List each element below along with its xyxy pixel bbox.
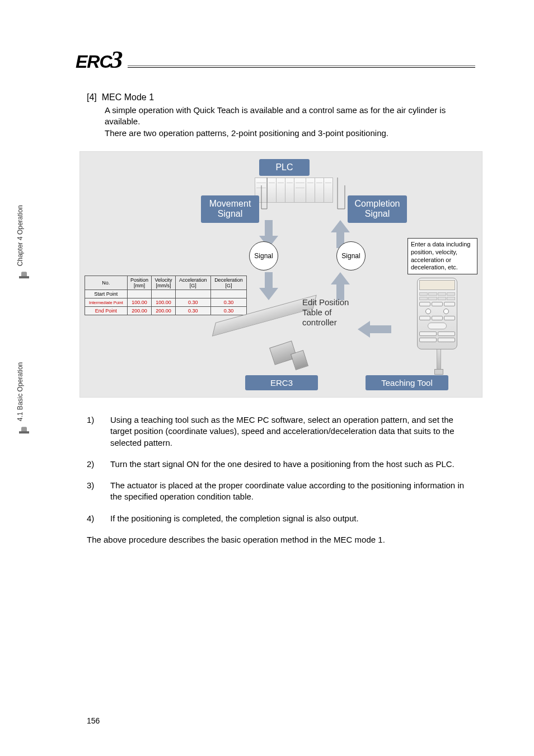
arrow-left-icon: [358, 321, 391, 338]
step-num: 4): [87, 513, 110, 524]
erc3-badge: ERC3: [245, 375, 318, 390]
side-tabs: 4.1 Basic Operation Chapter 4 Operation: [15, 202, 28, 424]
side-tab-chapter: Chapter 4 Operation: [15, 202, 28, 269]
logo: ERC 3: [76, 52, 123, 72]
step-num: 1): [87, 414, 110, 449]
mec-mode-diagram: PLC Movement Signal Completion Signal: [79, 151, 483, 398]
row2-c0: 200.00: [127, 307, 152, 315]
th-position: Position [mm]: [127, 276, 152, 290]
section-title: MEC Mode 1: [102, 92, 154, 102]
th-no: No.: [85, 276, 128, 290]
plc-wires: [254, 174, 354, 213]
page-number: 156: [87, 716, 100, 725]
th-decel: Deceleration [G]: [210, 276, 246, 290]
plc-label: PLC: [259, 159, 310, 176]
row1-c3: 0.30: [210, 298, 246, 307]
completion-signal-label: Completion Signal: [348, 195, 407, 223]
list-item: 2) Turn the start signal ON for the one …: [87, 459, 475, 470]
row0-c2: [175, 290, 210, 298]
row1-c1: 100.00: [152, 298, 175, 307]
table-row: Intermediate Point 100.00 100.00 0.30 0.…: [85, 298, 247, 307]
row1-label: Intermediate Point: [85, 298, 128, 307]
table-header-row: No. Position [mm] Velocity [mm/s] Accele…: [85, 276, 247, 290]
row2-c2: 0.30: [175, 307, 210, 315]
row1-c0: 100.00: [127, 298, 152, 307]
page-header: ERC 3: [76, 52, 475, 72]
step-num: 3): [87, 480, 110, 503]
list-item: 4) If the positioning is completed, the …: [87, 513, 475, 524]
table-row: Start Point: [85, 290, 247, 298]
arrow-down-2-icon: [259, 272, 278, 300]
list-item: 3) The actuator is placed at the proper …: [87, 480, 475, 503]
closing-text: The above procedure describes the basic …: [87, 534, 475, 545]
section-heading: [4] MEC Mode 1: [87, 92, 475, 102]
row0-label: Start Point: [85, 290, 128, 298]
step-text: If the positioning is completed, the com…: [110, 513, 475, 524]
actuator-icon: [210, 311, 311, 379]
row2-label: End Point: [85, 307, 128, 315]
list-item: 1) Using a teaching tool such as the MEC…: [87, 414, 475, 449]
logo-prefix: ERC: [76, 52, 112, 72]
step-text: Using a teaching tool such as the MEC PC…: [110, 414, 475, 449]
step-list: 1) Using a teaching tool such as the MEC…: [87, 414, 475, 545]
position-table: No. Position [mm] Velocity [mm/s] Accele…: [85, 276, 247, 315]
comp-sig-l2: Signal: [365, 209, 390, 218]
row2-c1: 200.00: [152, 307, 175, 315]
logo-suffix: 3: [111, 52, 123, 69]
section-tag: [4]: [87, 92, 97, 102]
edit-l1: Edit Position: [302, 297, 349, 307]
section-intro: A simple operation with Quick Teach is a…: [105, 105, 475, 139]
row0-c1: [152, 290, 175, 298]
row1-c2: 0.30: [175, 298, 210, 307]
th-accel: Acceleration [G]: [175, 276, 210, 290]
th-velocity: Velocity [mm/s]: [152, 276, 175, 290]
intro-line-2: There are two operation patterns, 2-poin…: [105, 128, 475, 139]
intro-line-1: A simple operation with Quick Teach is a…: [105, 105, 475, 128]
move-sig-l2: Signal: [218, 209, 242, 218]
signal-circle-left: Signal: [249, 241, 278, 270]
side-tab-basic-operation: 4.1 Basic Operation: [15, 359, 28, 424]
arrow-up-2-icon: [331, 272, 350, 300]
edit-l2: Table of: [302, 307, 332, 317]
main-content: [4] MEC Mode 1 A simple operation with Q…: [87, 92, 475, 139]
step-text: The actuator is placed at the proper coo…: [110, 480, 475, 503]
edit-l3: controller: [302, 318, 337, 327]
movement-signal-label: Movement Signal: [201, 195, 259, 223]
teaching-pendant-icon: [417, 278, 461, 373]
step-text: Turn the start signal ON for the one des…: [110, 459, 475, 470]
signal-circle-right: Signal: [336, 241, 366, 270]
teaching-tool-badge: Teaching Tool: [366, 375, 448, 390]
row0-c0: [127, 290, 152, 298]
step-num: 2): [87, 459, 110, 470]
comp-sig-l1: Completion: [355, 199, 400, 208]
edit-position-text: Edit Position Table of controller: [302, 297, 349, 328]
move-sig-l1: Movement: [209, 199, 251, 208]
row0-c3: [210, 290, 246, 298]
header-rule: [128, 66, 475, 73]
note-box: Enter a data including position, velocit…: [407, 238, 477, 274]
